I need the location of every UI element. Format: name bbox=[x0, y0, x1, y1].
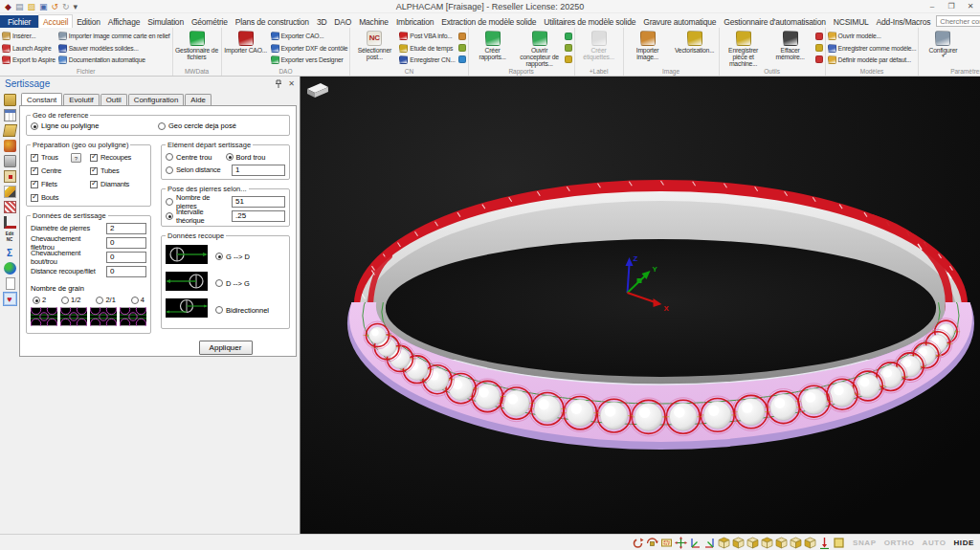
ribbon-item-etude-de-temps[interactable]: Etude de temps bbox=[399, 44, 455, 53]
ribbon-item-documentation-automatique[interactable]: Documentation automatique bbox=[58, 55, 170, 64]
radio-button[interactable] bbox=[131, 297, 139, 304]
zoom-window-icon[interactable] bbox=[660, 537, 673, 549]
depart-option-selon-distance[interactable]: Selon distance bbox=[166, 164, 285, 176]
minimize-button[interactable]: – bbox=[923, 0, 942, 12]
recoupe-option-d-g[interactable]: D --> G bbox=[215, 279, 250, 288]
tab-extraction-de-mod-le-solide[interactable]: Extraction de modèle solide bbox=[437, 15, 540, 28]
pencil-icon[interactable] bbox=[4, 186, 16, 198]
view-front-icon[interactable] bbox=[746, 537, 759, 549]
axes-work-plane-icon[interactable] bbox=[703, 537, 716, 549]
ribbon-item-polices[interactable]: TPolices▼ bbox=[968, 29, 980, 67]
qat-dropdown-icon[interactable]: ▾ bbox=[74, 1, 78, 12]
tab-fichier[interactable]: Fichier bbox=[0, 15, 38, 28]
print-icon[interactable] bbox=[4, 155, 16, 167]
tab-imbrication[interactable]: Imbrication bbox=[392, 15, 437, 28]
ribbon-mini-icon[interactable] bbox=[815, 44, 823, 52]
ribbon-item-exporter-vers-designer[interactable]: Exporter vers Designer bbox=[271, 55, 348, 64]
tab-configuration[interactable]: Configuration bbox=[128, 94, 184, 105]
depart-option-centre-trou[interactable]: Centre trou bbox=[166, 153, 226, 162]
tab-machine[interactable]: Machine bbox=[355, 15, 392, 28]
distance-input[interactable] bbox=[232, 165, 285, 176]
ribbon-item-export-to-aspire[interactable]: Export to Aspire bbox=[2, 55, 56, 64]
ribbon-item-effacer-m-moire[interactable]: Effacer mémoire... bbox=[768, 29, 813, 67]
view-left-icon[interactable] bbox=[775, 537, 788, 549]
radio-button[interactable] bbox=[33, 297, 40, 304]
pin-icon[interactable] bbox=[275, 79, 282, 89]
radio-button[interactable] bbox=[215, 253, 223, 260]
redo-icon[interactable]: ↻ bbox=[62, 1, 70, 12]
checkbox[interactable] bbox=[31, 154, 38, 162]
checkbox[interactable] bbox=[31, 167, 38, 175]
view-back-icon[interactable] bbox=[761, 537, 773, 549]
tools-icon[interactable] bbox=[4, 140, 16, 152]
ribbon-item-sauver-mod-les-solides[interactable]: Sauver modèles solides... bbox=[58, 44, 170, 53]
radio-button[interactable] bbox=[215, 279, 223, 287]
pattern-icon[interactable] bbox=[4, 201, 16, 213]
radio-button[interactable] bbox=[166, 153, 173, 161]
folder-icon[interactable] bbox=[4, 94, 16, 106]
recoupe-option-bidirectionnel[interactable]: Bidirectionnel bbox=[215, 306, 269, 315]
ribbon-item-vectorisation[interactable]: Vectorisation... bbox=[673, 29, 717, 67]
prep-checkbox-bouts[interactable]: Bouts bbox=[31, 191, 90, 204]
lathe-icon[interactable] bbox=[4, 216, 16, 229]
ribbon-item-enregistrer-pi-ce-et-machine[interactable]: Enregistrer pièce et machine... bbox=[722, 29, 766, 67]
tab-affichage[interactable]: Affichage bbox=[104, 15, 145, 28]
distance-recoupe-filet-input[interactable] bbox=[106, 266, 146, 277]
tab-dao[interactable]: DAO bbox=[330, 15, 355, 28]
ribbon-item-post-vba-info[interactable]: Post VBA info... bbox=[399, 32, 455, 40]
ribbon-mini-icon[interactable] bbox=[458, 33, 466, 40]
depart-option-bord-trou[interactable]: Bord trou bbox=[226, 153, 286, 162]
ribbon-mini-icon[interactable] bbox=[815, 33, 823, 40]
ribbon-item-importer-cao[interactable]: Importer CAO... bbox=[224, 29, 268, 67]
undo-icon[interactable]: ↺ bbox=[51, 1, 58, 12]
georef-option-geo-cercle-deja-pos[interactable]: Geo cercle deja posé bbox=[158, 121, 285, 130]
grain-option-4[interactable]: 4 bbox=[131, 296, 145, 304]
toggle-hide[interactable]: HIDE bbox=[953, 539, 974, 547]
radio-button[interactable] bbox=[158, 122, 166, 130]
dynamic-rotate-icon[interactable] bbox=[646, 537, 658, 549]
tab-simulation[interactable]: Simulation bbox=[144, 15, 188, 28]
radio-button[interactable] bbox=[61, 297, 69, 304]
tab-aide[interactable]: Aide bbox=[185, 94, 212, 105]
open-folder-icon[interactable]: ▨ bbox=[27, 1, 35, 12]
work-plane-icon[interactable] bbox=[833, 537, 845, 549]
reports-icon[interactable] bbox=[4, 109, 16, 121]
view-right-icon[interactable] bbox=[790, 537, 802, 549]
ribbon-item-enregistrer-cn[interactable]: Enregistrer CN... bbox=[399, 55, 455, 64]
recoupe-option-g-d[interactable]: G --> D bbox=[215, 253, 250, 261]
ribbon-item-launch-aspire[interactable]: Launch Aspire bbox=[2, 44, 56, 53]
prep-checkbox-diamants[interactable]: Diamants bbox=[90, 178, 146, 190]
toggle-auto[interactable]: AUTO bbox=[923, 539, 947, 547]
toggle-ortho[interactable]: ORTHO bbox=[884, 539, 915, 547]
tab-utilitaires-de-mod-le-solide[interactable]: Utilitaires de modèle solide bbox=[540, 15, 639, 28]
view-bottom-icon[interactable] bbox=[804, 537, 816, 549]
grain-option-2-1[interactable]: 2/1 bbox=[96, 296, 115, 304]
ribbon-item-importer-image-comme-carte-en-relief[interactable]: Importer image comme carte en relief bbox=[58, 32, 170, 40]
close-button[interactable]: ✕ bbox=[961, 0, 980, 12]
ribbon-item-ouvrir-mod-le[interactable]: Ouvrir modèle... bbox=[828, 32, 917, 40]
nombre-de-pierres-input[interactable] bbox=[232, 196, 285, 208]
document-icon[interactable] bbox=[6, 277, 15, 290]
chevauchement-filet-trou-input[interactable] bbox=[106, 237, 146, 249]
ribbon-mini-icon[interactable] bbox=[565, 33, 572, 40]
tab-gestionnaire-d-automatisation[interactable]: Gestionnaire d'automatisation bbox=[720, 15, 829, 28]
rotate-view-icon[interactable] bbox=[632, 537, 644, 549]
ribbon-mini-icon[interactable] bbox=[565, 44, 572, 52]
pose-option-intervalle-th-orique[interactable]: Intervalle théorique bbox=[166, 209, 285, 223]
prep-checkbox-filets[interactable]: Filets bbox=[31, 178, 90, 190]
checkbox[interactable] bbox=[90, 181, 98, 188]
ribbon-item-configurer[interactable]: Configurer▼ bbox=[921, 29, 965, 67]
view-plunge-icon[interactable] bbox=[818, 537, 831, 549]
save-icon[interactable]: ▣ bbox=[39, 1, 48, 12]
tab-plans-de-construction[interactable]: Plans de construction bbox=[232, 15, 313, 28]
ribbon-item-exporter-cao[interactable]: Exporter CAO... bbox=[271, 32, 348, 40]
ribbon-item-ins-rer[interactable]: Insérer... bbox=[2, 32, 56, 40]
prep-help-button[interactable]: ? bbox=[71, 153, 81, 163]
3d-viewport[interactable]: ZYX bbox=[300, 77, 980, 534]
prep-checkbox-centre[interactable]: Centre bbox=[31, 165, 90, 177]
sertissage-icon[interactable]: ♥ bbox=[4, 293, 16, 305]
grain-option-2[interactable]: 2 bbox=[33, 296, 46, 304]
ribbon-item-cr-er-rapports[interactable]: Créer rapports... bbox=[471, 29, 515, 67]
tab-ncsimul[interactable]: NCSIMUL bbox=[830, 15, 873, 28]
ribbon-mini-icon[interactable] bbox=[458, 44, 466, 52]
